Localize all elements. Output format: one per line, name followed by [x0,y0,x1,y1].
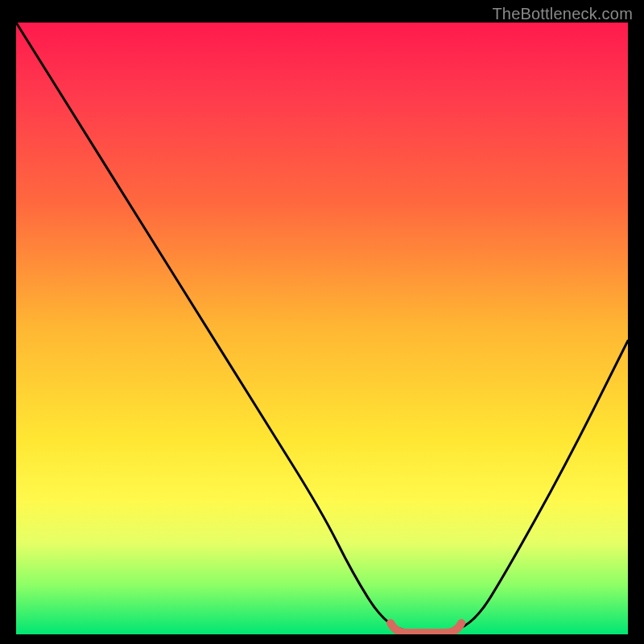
bottleneck-curve [16,23,628,634]
chart-frame: TheBottleneck.com [0,0,644,644]
chart-plot-area [16,23,628,634]
curve-path [16,23,628,634]
optimal-marker-path [390,623,461,633]
chart-svg [16,23,628,634]
watermark-text: TheBottleneck.com [492,5,633,23]
optimal-marker [390,623,461,633]
